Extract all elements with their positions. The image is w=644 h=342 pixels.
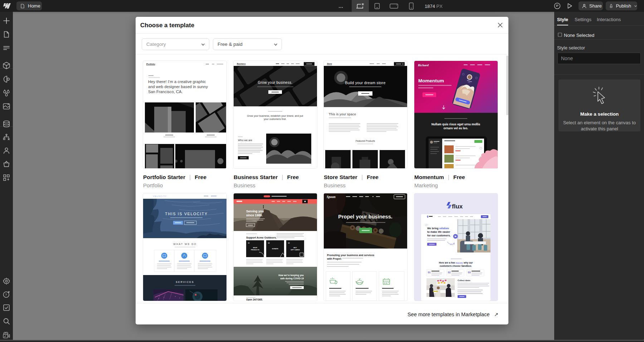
svg-text:Nullam quis risus eget urna mo: Nullam quis risus eget urna mollis [431,122,480,126]
svg-text:How we’re keeping you: How we’re keeping you [278,274,304,277]
svg-text:safe during COVID-19: safe during COVID-19 [280,277,304,280]
svg-text:customers choose Sandbox.: customers choose Sandbox. [440,265,472,267]
svg-text:SHOP: SHOP [253,247,257,249]
svg-text:VELOCITY: VELOCITY [153,195,167,197]
svg-text:flux: flux [452,203,463,210]
svg-text:PRODUCTS: PRODUCTS [251,249,259,251]
svg-text:Propel your business.: Propel your business. [338,214,392,220]
svg-text:Build your dream store: Build your dream store [345,81,385,85]
svg-text:Business: Business [237,63,245,65]
svg-text:since 1989.: since 1989. [246,213,263,217]
svg-text:BUY: BUY [294,247,297,249]
svg-text:Portfolio: Portfolio [146,63,155,65]
svg-text:02: 02 [448,271,451,274]
svg-text:and web designer based in sunn: and web designer based in sunny [148,85,208,89]
svg-text:THIS IS VELOCITY: THIS IS VELOCITY [165,212,208,216]
svg-text:03: 03 [468,271,471,274]
svg-text:Richard: Richard [418,63,429,67]
svg-text:WHAT WE DO: WHAT WE DO [173,243,197,245]
svg-text:SERVICES: SERVICES [176,281,194,283]
svg-text:Support Acme Outdoors.: Support Acme Outdoors. [246,236,277,239]
svg-text:ornare vel eu leo.: ornare vel eu leo. [444,126,468,130]
svg-text:We bring solutions: We bring solutions [427,227,449,230]
svg-text:to make life easier: to make life easier [427,230,450,233]
svg-text:Collect ideas: Collect ideas [458,279,470,281]
svg-text:Open 24/7/365.: Open 24/7/365. [246,298,263,301]
svg-text:Serving you: Serving you [246,209,264,213]
svg-text:San Francisco, CA.: San Francisco, CA. [148,90,183,94]
svg-text:?: ? [5,293,7,297]
svg-text:Grow your business, establish: Grow your business, establish your brand… [247,115,303,117]
svg-text:Here are a few reasons why our: Here are a few reasons why our [439,261,473,264]
svg-text:Promoting your business and se: Promoting your business and services [327,254,374,257]
svg-text:for our customers.: for our customers. [427,234,450,237]
svg-text:Featured Products: Featured Products [356,140,375,142]
svg-text:01: 01 [248,242,250,244]
svg-text:DONATE: DONATE [272,248,278,250]
svg-text:01: 01 [428,271,431,274]
svg-text:Who we are: Who we are [238,139,252,142]
svg-text:This is your space: This is your space [329,112,356,116]
svg-text:GIFT CARDS: GIFT CARDS [291,249,300,251]
svg-text:Momentum: Momentum [418,78,444,83]
svg-text:03: 03 [288,242,290,244]
svg-text:02: 02 [268,242,270,244]
svg-text:Store: Store [327,63,332,65]
svg-text:your customers first.: your customers first. [264,118,287,121]
svg-text:Hey there! I’m a creative grap: Hey there! I’m a creative graphic [148,80,206,84]
svg-text:with Propel:: with Propel: [327,257,342,260]
svg-text:Grow your business.: Grow your business. [258,81,293,85]
svg-text:Spoon: Spoon [327,195,336,199]
